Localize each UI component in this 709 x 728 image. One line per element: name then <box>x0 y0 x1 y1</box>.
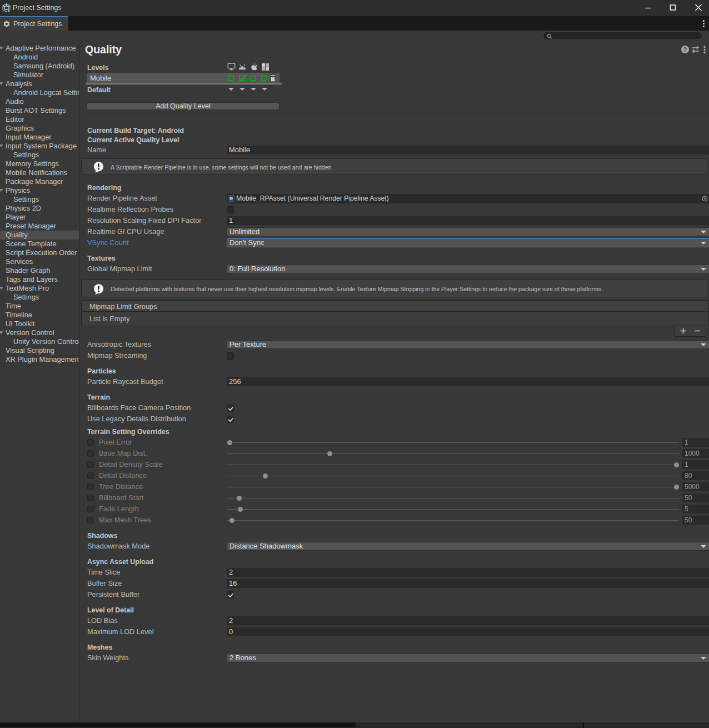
svg-text:6: 6 <box>8 8 10 12</box>
svg-text:?: ? <box>683 46 687 53</box>
